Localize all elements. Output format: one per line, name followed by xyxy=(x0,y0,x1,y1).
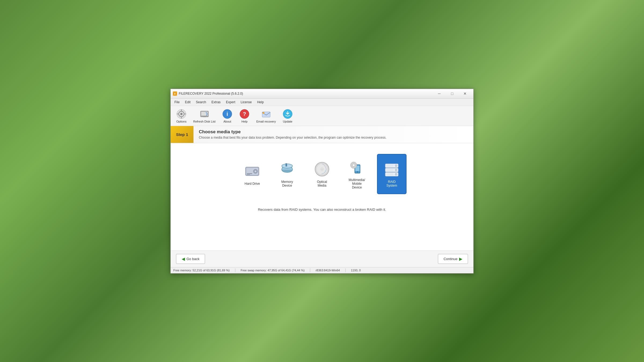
svg-rect-11 xyxy=(201,116,208,117)
go-back-arrow-icon: ◀ xyxy=(182,256,185,261)
options-button[interactable]: Options xyxy=(173,108,189,124)
build-status: r8363:8419-Win64 xyxy=(316,269,340,272)
update-button[interactable]: Update xyxy=(280,108,296,124)
svg-rect-39 xyxy=(386,165,394,167)
step-description: Choose a media that best fits your data … xyxy=(199,136,386,139)
app-icon: F xyxy=(173,91,177,96)
help-icon: ? xyxy=(239,109,250,119)
help-button[interactable]: ? Help xyxy=(236,108,253,124)
step-header: Step 1 Choose media type Choose a media … xyxy=(171,126,473,143)
continue-arrow-icon: ▶ xyxy=(459,256,462,261)
svg-rect-28 xyxy=(286,163,287,167)
svg-rect-47 xyxy=(386,173,394,175)
svg-text:F: F xyxy=(174,93,176,95)
continue-label: Continue xyxy=(444,257,458,261)
raid-system-icon xyxy=(383,161,400,178)
step-title: Choose media type xyxy=(199,129,386,135)
refresh-icon xyxy=(199,109,210,119)
toolbar: Options Refresh Disk List i xyxy=(171,106,473,126)
raid-system-label: RAID System xyxy=(383,180,401,187)
email-recovery-button[interactable]: Email recovery xyxy=(254,108,279,124)
help-label: Help xyxy=(241,120,248,123)
options-label: Options xyxy=(176,120,186,123)
options-icon xyxy=(176,109,187,119)
go-back-label: Go back xyxy=(186,257,199,261)
memory-device-icon xyxy=(279,161,296,178)
close-button[interactable]: ✕ xyxy=(459,90,471,98)
optical-media-button[interactable]: Optical Media xyxy=(307,154,337,194)
svg-text:?: ? xyxy=(243,111,246,117)
about-label: About xyxy=(224,120,231,123)
status-bar: Free memory: 52,21G of 63,91G (81,69 %) … xyxy=(171,267,473,273)
svg-text:i: i xyxy=(226,111,228,117)
main-content: Hard Drive Memory Device xyxy=(171,143,473,250)
menu-help[interactable]: Help xyxy=(254,99,266,105)
status-divider-1 xyxy=(235,268,235,272)
email-recovery-icon xyxy=(261,109,272,119)
main-window: F FILERECOVERY 2022 Professional (5.6.2.… xyxy=(170,89,474,274)
continue-button[interactable]: Continue ▶ xyxy=(438,254,468,264)
media-description: Recovers data from RAID systems. You can… xyxy=(258,208,386,212)
memory-device-button[interactable]: Memory Device xyxy=(272,154,302,194)
menu-expert[interactable]: Expert xyxy=(223,99,238,105)
svg-rect-24 xyxy=(247,173,252,174)
step-content: Choose media type Choose a media that be… xyxy=(193,126,392,143)
about-icon: i xyxy=(222,109,233,119)
svg-point-4 xyxy=(180,113,182,115)
menu-bar: File Edit Search Extras Expert License H… xyxy=(171,99,473,106)
title-bar: F FILERECOVERY 2022 Professional (5.6.2.… xyxy=(171,89,473,99)
svg-point-35 xyxy=(357,171,358,172)
status-divider-2 xyxy=(310,268,310,272)
svg-point-41 xyxy=(396,165,397,166)
svg-point-32 xyxy=(321,169,323,170)
update-icon xyxy=(282,109,293,119)
coords-status: 1193, 0 xyxy=(351,269,361,272)
refresh-button[interactable]: Refresh Disk List xyxy=(191,108,218,124)
svg-point-45 xyxy=(396,169,397,170)
hard-drive-icon xyxy=(244,162,261,180)
svg-rect-43 xyxy=(386,169,394,171)
minimize-button[interactable]: ─ xyxy=(433,90,445,98)
hard-drive-button[interactable]: Hard Drive xyxy=(237,154,267,194)
hard-drive-label: Hard Drive xyxy=(244,182,260,186)
menu-license[interactable]: License xyxy=(238,99,254,105)
swap-status: Free swap memory: 47,95G of 64,41G (74,4… xyxy=(241,269,305,272)
maximize-button[interactable]: □ xyxy=(446,90,458,98)
menu-extras[interactable]: Extras xyxy=(209,99,223,105)
menu-file[interactable]: File xyxy=(172,99,182,105)
svg-point-23 xyxy=(255,171,256,172)
svg-rect-18 xyxy=(263,112,264,114)
multimedia-mobile-icon xyxy=(348,159,365,176)
menu-edit[interactable]: Edit xyxy=(182,99,193,105)
svg-rect-25 xyxy=(247,174,250,175)
optical-media-icon xyxy=(313,161,331,178)
email-recovery-label: Email recovery xyxy=(256,120,276,123)
step-badge: Step 1 xyxy=(171,126,193,143)
title-bar-left: F FILERECOVERY 2022 Professional (5.6.2.… xyxy=(173,91,243,96)
menu-search[interactable]: Search xyxy=(193,99,209,105)
svg-point-37 xyxy=(353,164,355,166)
update-label: Update xyxy=(283,120,292,123)
memory-status: Free memory: 52,21G of 63,91G (81,69 %) xyxy=(173,269,230,272)
svg-rect-12 xyxy=(203,117,206,117)
status-divider-3 xyxy=(345,268,346,272)
footer-bar: ◀ Go back Continue ▶ xyxy=(171,250,473,267)
raid-system-button[interactable]: RAID System xyxy=(377,154,407,194)
media-options: Hard Drive Memory Device xyxy=(237,154,407,194)
refresh-label: Refresh Disk List xyxy=(193,120,215,123)
multimedia-mobile-button[interactable]: Multimedia/Mobile Device xyxy=(342,154,372,194)
window-controls: ─ □ ✕ xyxy=(433,90,471,98)
go-back-button[interactable]: ◀ Go back xyxy=(176,254,205,264)
about-button[interactable]: i About xyxy=(219,108,235,124)
memory-device-label: Memory Device xyxy=(278,180,296,187)
svg-point-49 xyxy=(396,174,397,175)
window-title: FILERECOVERY 2022 Professional (5.6.2.0) xyxy=(179,92,243,95)
optical-media-label: Optical Media xyxy=(313,180,331,187)
multimedia-mobile-label: Multimedia/Mobile Device xyxy=(348,178,366,189)
